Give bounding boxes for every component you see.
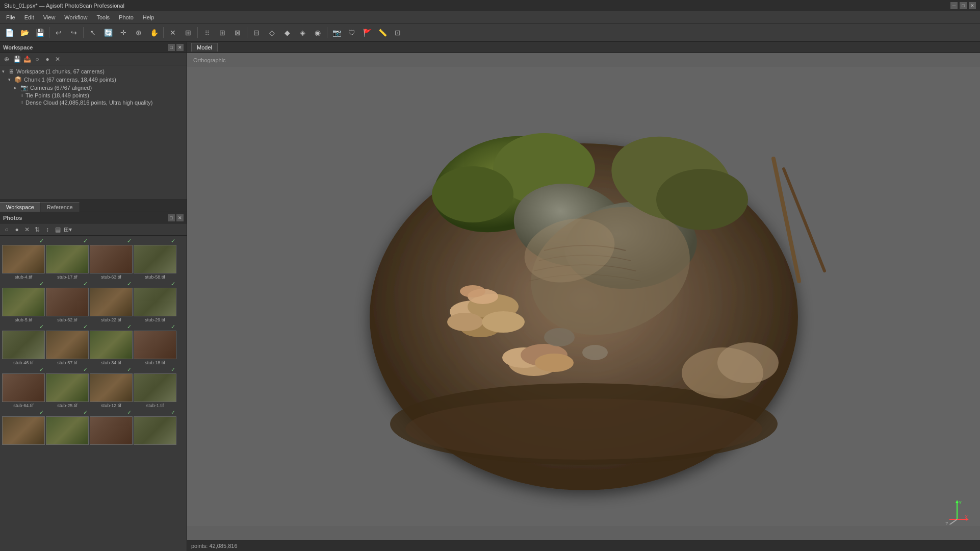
- photo-cell-11[interactable]: stub-34.tif: [90, 331, 133, 365]
- photo-cell-10[interactable]: stub-57.tif: [46, 331, 89, 365]
- photo-name-8: stub-29.tif: [134, 317, 176, 322]
- photo-cell-3[interactable]: stub-63.tif: [90, 245, 133, 280]
- menu-workflow[interactable]: Workflow: [60, 13, 91, 21]
- points-count: points: 42,085,816: [191, 543, 238, 549]
- menu-edit[interactable]: Edit: [20, 13, 38, 21]
- toolbar-save[interactable]: 💾: [33, 26, 47, 40]
- minimize-button[interactable]: ─: [950, 2, 958, 9]
- toolbar-undo[interactable]: ↩: [51, 26, 66, 40]
- photo-thumb-10: [46, 331, 89, 359]
- toolbar-points[interactable]: ⁝⁝: [200, 26, 214, 40]
- tree-expand-root[interactable]: ▾: [2, 69, 8, 74]
- toolbar-shield[interactable]: 🛡: [345, 26, 359, 40]
- photo-cell-8[interactable]: stub-29.tif: [134, 288, 176, 322]
- photo-thumb-20: [134, 416, 176, 445]
- svg-point-4: [432, 166, 513, 222]
- toolbar-redo[interactable]: ↪: [67, 26, 81, 40]
- menu-tools[interactable]: Tools: [92, 13, 114, 21]
- toolbar-camera[interactable]: 📷: [329, 26, 344, 40]
- toolbar-rotate[interactable]: 🔄: [101, 26, 115, 40]
- ws-btn-save[interactable]: 💾: [12, 55, 21, 64]
- tree-cameras[interactable]: ▸ 📷 Cameras (67/67 aligned): [0, 84, 187, 92]
- photo-cell-12[interactable]: stub-18.tif: [134, 331, 176, 365]
- photo-cell-1[interactable]: stub-4.tif: [2, 245, 45, 280]
- photo-cell-15[interactable]: stub-12.tif: [90, 373, 133, 408]
- menu-photo[interactable]: Photo: [115, 13, 138, 21]
- photo-cell-9[interactable]: stub-46.tif: [2, 331, 45, 365]
- viewport-canvas[interactable]: Orthographic: [187, 53, 980, 540]
- toolbar-move[interactable]: ✛: [116, 26, 131, 40]
- tab-reference[interactable]: Reference: [41, 202, 80, 212]
- ws-btn-close[interactable]: ✕: [53, 55, 62, 64]
- workspace-float-button[interactable]: □: [168, 44, 175, 51]
- photos-btn-close[interactable]: ✕: [22, 225, 32, 234]
- tree-tiepoints[interactable]: ⁞⁞ Tie Points (18,449 points): [0, 92, 187, 99]
- photo-cell-20[interactable]: [134, 416, 176, 445]
- photo-cell-13[interactable]: stub-64.tif: [2, 373, 45, 408]
- tree-expand-cameras[interactable]: ▸: [14, 85, 20, 90]
- photos-btn-sort[interactable]: ↕: [43, 225, 52, 234]
- photo-cell-7[interactable]: stub-22.tif: [90, 288, 133, 322]
- viewport: Model Orthographic: [187, 42, 980, 551]
- tree-densecloud[interactable]: ⁞⁞ Dense Cloud (42,085,816 points, Ultra…: [0, 99, 187, 106]
- photos-btn-arrows[interactable]: ⇅: [33, 225, 42, 234]
- tree-chunk[interactable]: ▾ 📦 Chunk 1 (67 cameras, 18,449 points): [0, 76, 187, 84]
- photo-cell-2[interactable]: stub-17.tif: [46, 245, 89, 280]
- photo-cell-4[interactable]: stub-58.tif: [134, 245, 176, 280]
- photo-cell-14[interactable]: stub-25.tif: [46, 373, 89, 408]
- app-title: Stub_01.psx* — Agisoft PhotoScan Profess…: [4, 3, 124, 9]
- close-button[interactable]: ✕: [969, 2, 976, 9]
- toolbar-marker4[interactable]: ◉: [311, 26, 325, 40]
- toolbar-new[interactable]: 📄: [2, 26, 16, 40]
- toolbar-open[interactable]: 📂: [17, 26, 32, 40]
- photo-thumb-2: [46, 245, 89, 273]
- photos-btn-gray1[interactable]: ○: [2, 225, 11, 234]
- toolbar-mesh[interactable]: ⊠: [230, 26, 245, 40]
- photos-row-2: stub-5.tif stub-62.tif stub-22.tif stub-…: [2, 288, 185, 322]
- photos-btn-view1[interactable]: ▤: [53, 225, 62, 234]
- photo-cell-18[interactable]: [46, 416, 89, 445]
- toolbar-marker[interactable]: ◇: [265, 26, 279, 40]
- main-layout: Workspace □ ✕ ⊕ 💾 📥 ○ ● ✕ ▾ 🖥 Works: [0, 42, 980, 551]
- toolbar-select[interactable]: ↖: [86, 26, 100, 40]
- toolbar-pan[interactable]: ✋: [147, 26, 161, 40]
- toolbar-grid[interactable]: ⊞: [215, 26, 229, 40]
- tree-chunk-label: Chunk 1 (67 cameras, 18,449 points): [24, 77, 116, 83]
- photo-cell-17[interactable]: [2, 416, 45, 445]
- photo-cell-5[interactable]: stub-5.tif: [2, 288, 45, 322]
- maximize-button[interactable]: □: [960, 2, 967, 9]
- photo-cell-16[interactable]: stub-1.tif: [134, 373, 176, 408]
- photos-panel-title: Photos: [3, 215, 22, 221]
- toolbar-ruler[interactable]: 📏: [375, 26, 390, 40]
- photo-cell-6[interactable]: stub-62.tif: [46, 288, 89, 322]
- menu-view[interactable]: View: [39, 13, 60, 21]
- toolbar-cross[interactable]: ✕: [166, 26, 180, 40]
- tab-workspace[interactable]: Workspace: [0, 202, 41, 212]
- photo-cell-19[interactable]: [90, 416, 133, 445]
- menu-file[interactable]: File: [2, 13, 19, 21]
- workspace-header-controls: □ ✕: [168, 44, 184, 51]
- toolbar-marker3[interactable]: ◈: [295, 26, 310, 40]
- toolbar-flag[interactable]: 🚩: [360, 26, 374, 40]
- photos-close-button[interactable]: ✕: [176, 214, 184, 221]
- tree-expand-chunk[interactable]: ▾: [8, 77, 14, 82]
- svg-point-23: [656, 169, 748, 230]
- toolbar-zoom[interactable]: ⊕: [132, 26, 146, 40]
- ws-btn-import[interactable]: 📥: [22, 55, 32, 64]
- tree-root[interactable]: ▾ 🖥 Workspace (1 chunks, 67 cameras): [0, 67, 187, 76]
- photos-btn-view2[interactable]: ⊞▾: [63, 225, 72, 234]
- chunk-icon: 📦: [14, 76, 22, 83]
- check-1-4: ✓: [134, 238, 176, 245]
- menu-help[interactable]: Help: [139, 13, 159, 21]
- photos-float-button[interactable]: □: [168, 214, 175, 221]
- toolbar-marker2[interactable]: ◆: [280, 26, 294, 40]
- toolbar-crop[interactable]: ⊡: [391, 26, 405, 40]
- ws-btn-add[interactable]: ⊕: [2, 55, 11, 64]
- toolbar-align[interactable]: ⊟: [249, 26, 264, 40]
- ws-btn-gray2[interactable]: ●: [43, 55, 52, 64]
- photos-btn-gray2[interactable]: ●: [12, 225, 21, 234]
- viewport-tab-model[interactable]: Model: [191, 43, 218, 52]
- workspace-close-button[interactable]: ✕: [176, 44, 184, 51]
- ws-btn-gray1[interactable]: ○: [33, 55, 42, 64]
- toolbar-transform[interactable]: ⊞: [181, 26, 195, 40]
